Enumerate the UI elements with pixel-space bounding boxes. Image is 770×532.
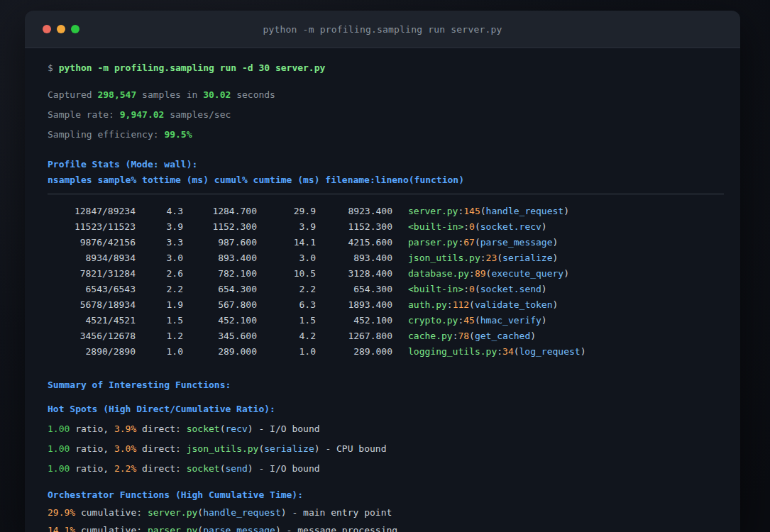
lineno-text: 89 bbox=[475, 268, 486, 279]
cell-function-ref: json_utils.py:23(serialize) bbox=[408, 250, 558, 266]
orchestrator-item: 14.1% cumulative: parser.py(parse_messag… bbox=[48, 521, 723, 532]
prompt-line: $ python -m profiling.sampling run -d 30… bbox=[48, 58, 723, 78]
hotspot-func: serialize bbox=[264, 443, 314, 454]
window-title: python -m profiling.sampling run server.… bbox=[263, 24, 502, 35]
cell-sample-pct: 1.2 bbox=[136, 328, 183, 344]
direct-pct-value: 3.9% bbox=[114, 423, 136, 434]
cell-cumul-pct: 3.0 bbox=[257, 250, 316, 266]
paren-open: ( bbox=[220, 463, 226, 474]
paren-open: ( bbox=[475, 315, 480, 326]
direct-label: direct: bbox=[142, 463, 181, 474]
paren-open: ( bbox=[197, 525, 203, 532]
cell-function-ref: database.py:89(execute_query) bbox=[408, 266, 569, 282]
cell-tottime: 1152.300 bbox=[183, 219, 257, 235]
cell-tottime: 345.600 bbox=[183, 328, 257, 344]
cell-cumtime: 8923.400 bbox=[316, 204, 392, 219]
paren-close: ) bbox=[553, 253, 559, 263]
function-name-text: hmac_verify bbox=[480, 315, 541, 326]
direct-label: direct: bbox=[142, 443, 181, 454]
captured-samples-value: 298,547 bbox=[97, 89, 136, 100]
hotspot-note: - CPU bound bbox=[325, 443, 386, 454]
orchestrator-item: 29.9% cumulative: server.py(handle_reque… bbox=[48, 504, 723, 521]
cell-tottime: 987.600 bbox=[183, 235, 257, 250]
hotspot-note: - I/O bound bbox=[258, 463, 319, 474]
cell-nsamples: 9876/42156 bbox=[48, 235, 136, 250]
cell-cumul-pct: 4.2 bbox=[257, 328, 316, 344]
cell-cumtime: 3128.400 bbox=[316, 266, 392, 282]
lineno-text: 0 bbox=[469, 221, 475, 232]
function-name-text: socket.send bbox=[480, 284, 541, 294]
window-titlebar[interactable]: python -m profiling.sampling run server.… bbox=[25, 11, 740, 48]
lineno-text: 78 bbox=[458, 331, 469, 341]
lineno-text: 45 bbox=[463, 315, 475, 326]
efficiency-value: 99.5% bbox=[164, 129, 192, 140]
paren-close: ) bbox=[314, 443, 320, 454]
cell-cumul-pct: 1.0 bbox=[257, 344, 316, 360]
cell-nsamples: 8934/8934 bbox=[48, 250, 136, 266]
filename-text: database.py bbox=[408, 268, 469, 279]
hotspot-file: socket bbox=[187, 463, 220, 474]
table-divider bbox=[48, 194, 724, 194]
direct-pct-value: 3.0% bbox=[114, 443, 136, 454]
table-row: 5678/189341.9567.8006.31893.400auth.py:1… bbox=[48, 297, 723, 313]
function-name-text: handle_request bbox=[486, 206, 564, 216]
colon-separator: : bbox=[463, 284, 469, 294]
function-name-text: execute_query bbox=[491, 268, 563, 279]
cell-nsamples: 11523/11523 bbox=[48, 219, 136, 235]
traffic-lights bbox=[43, 25, 79, 33]
cell-function-ref: parser.py:67(parse_message) bbox=[408, 235, 558, 250]
cell-nsamples: 3456/12678 bbox=[48, 328, 136, 344]
maximize-button[interactable] bbox=[71, 25, 79, 33]
paren-close: ) bbox=[541, 221, 547, 232]
table-row: 3456/126781.2345.6004.21267.800cache.py:… bbox=[48, 328, 723, 344]
sample-rate-label: Sample rate: bbox=[48, 109, 114, 120]
lineno-text: 145 bbox=[463, 206, 480, 216]
cell-cumul-pct: 6.3 bbox=[257, 297, 316, 313]
cell-function-ref: <built-in>:0(socket.recv) bbox=[408, 219, 547, 235]
cell-sample-pct: 3.0 bbox=[136, 250, 183, 266]
function-name-text: parse_message bbox=[480, 237, 553, 248]
cell-tottime: 289.000 bbox=[183, 344, 257, 360]
orchestrator-func: handle_request bbox=[203, 507, 281, 518]
function-name-text: log_request bbox=[519, 346, 581, 357]
paren-open: ( bbox=[475, 237, 480, 248]
terminal-window: python -m profiling.sampling run server.… bbox=[25, 11, 740, 532]
ratio-label: ratio, bbox=[75, 443, 109, 454]
close-button[interactable] bbox=[43, 25, 51, 33]
lineno-text: 23 bbox=[486, 253, 497, 263]
function-name-text: socket.recv bbox=[480, 221, 541, 232]
cell-tottime: 782.100 bbox=[183, 266, 257, 282]
paren-close: ) bbox=[553, 299, 559, 310]
cell-function-ref: logging_utils.py:34(log_request) bbox=[408, 344, 585, 360]
capture-stats: Captured 298,547 samples in 30.02 second… bbox=[48, 85, 723, 145]
colon-separator: : bbox=[469, 268, 475, 279]
sample-rate-line: Sample rate: 9,947.02 samples/sec bbox=[48, 105, 723, 125]
cumulative-pct-value: 14.1% bbox=[48, 525, 75, 532]
captured-mid-label: samples in bbox=[142, 89, 197, 100]
efficiency-line: Sampling efficiency: 99.5% bbox=[48, 125, 723, 145]
cell-nsamples: 4521/4521 bbox=[48, 313, 136, 328]
direct-pct-value: 2.2% bbox=[114, 463, 136, 474]
sample-rate-unit: samples/sec bbox=[170, 109, 231, 120]
minimize-button[interactable] bbox=[57, 25, 65, 33]
efficiency-label: Sampling efficiency: bbox=[48, 129, 159, 140]
hotspot-func: recv bbox=[226, 423, 248, 434]
colon-separator: : bbox=[463, 221, 469, 232]
orchestrator-file: parser.py bbox=[148, 525, 197, 532]
paren-close: ) bbox=[248, 423, 253, 434]
filename-text: <built-in> bbox=[408, 221, 463, 232]
ratio-value: 1.00 bbox=[48, 463, 70, 474]
cell-tottime: 893.400 bbox=[183, 250, 257, 266]
sample-rate-value: 9,947.02 bbox=[120, 109, 165, 120]
terminal-output: $ python -m profiling.sampling run -d 30… bbox=[25, 48, 740, 532]
cell-sample-pct: 4.3 bbox=[136, 204, 183, 219]
paren-close: ) bbox=[541, 284, 547, 294]
filename-text: <built-in> bbox=[408, 284, 463, 294]
ratio-label: ratio, bbox=[75, 463, 109, 474]
cell-sample-pct: 1.9 bbox=[136, 297, 183, 313]
hotspot-item: 1.00 ratio, 3.9% direct: socket(recv) - … bbox=[48, 419, 723, 439]
cell-cumtime: 1267.800 bbox=[316, 328, 392, 344]
lineno-text: 67 bbox=[463, 237, 475, 248]
cell-tottime: 654.300 bbox=[183, 282, 257, 297]
ratio-value: 1.00 bbox=[48, 443, 70, 454]
